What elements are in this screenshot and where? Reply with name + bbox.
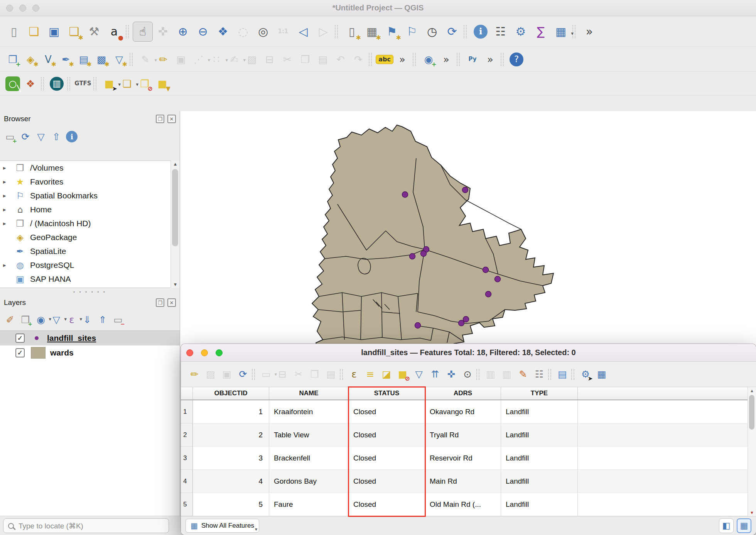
expand-arrow-icon[interactable]: ▸ [3,192,13,199]
new-gpx-layer-icon[interactable]: ▩✱ [93,51,110,68]
cell-type[interactable]: Landfill [501,400,578,423]
zoom-window-button[interactable] [216,349,223,356]
scroll-up-arrow-icon[interactable]: ▲ [171,161,180,167]
table-delete-selected-icon[interactable]: ⊟ [274,366,290,383]
labeling-overflow-icon[interactable]: » [393,51,411,68]
move-selection-to-top-icon[interactable]: ⇈ [427,366,443,383]
table-row[interactable]: 22Table ViewClosedTryall RdLandfill [181,423,748,447]
row-number-cell[interactable]: 5 [181,493,193,516]
project-properties-icon[interactable]: ⚒ [84,22,104,42]
layer-labeling-icon[interactable]: abc [376,51,393,68]
cell-status[interactable]: Closed [349,423,425,447]
attribute-table-scrollbar[interactable]: ▲ ▼ [748,387,756,516]
scroll-up-arrow-icon[interactable]: ▲ [748,388,756,393]
zoom-to-selection-icon[interactable]: ◌ [233,22,253,42]
filter-legend-icon[interactable]: ▽▾ [49,312,64,327]
cell-adrs[interactable]: Reservoir Rd [425,447,501,470]
browser-item-macintosh-hd[interactable]: ▸❒/ (Macintosh HD) [0,217,180,230]
browser-refresh-icon[interactable]: ⟳ [18,129,33,144]
style-manager-icon[interactable]: a● [104,22,124,42]
browser-item-spatialite[interactable]: ✒SpatiaLite [0,244,180,258]
redo-icon[interactable]: ↷ [349,51,367,68]
feature-actions-icon[interactable]: ⚙➤ [577,366,594,383]
zoom-full-extent-icon[interactable]: ❖ [213,22,233,42]
select-features-icon[interactable]: ■➤▾ [100,75,118,93]
zoom-out-icon[interactable]: ⊖ [193,22,213,42]
conditional-formatting-icon[interactable]: ▤ [554,366,570,383]
browser-item-volumes[interactable]: ▸❒/Volumes [0,161,180,175]
table-toggle-editing-icon[interactable]: ✏ [186,366,202,383]
map-tiles-style-icon[interactable]: ❖ [22,75,39,93]
select-features-by-value-icon[interactable]: ❏▾ [118,75,136,93]
show-all-features-button[interactable]: ▦ Show All Features ▾ [186,519,259,533]
close-window-button[interactable] [186,349,193,356]
show-spatial-bookmarks-icon[interactable]: ⚐ [402,22,422,42]
python-console-icon[interactable]: Py [464,51,481,68]
processing-toolbox-icon[interactable]: ⚙ [511,22,531,42]
expand-arrow-icon[interactable]: ▸ [3,164,13,171]
scroll-thumb[interactable] [172,169,178,246]
cell-objectid[interactable]: 2 [193,423,269,447]
table-reload-icon[interactable]: ⟳ [235,366,251,383]
cell-type[interactable]: Landfill [501,447,578,470]
new-shapefile-layer-icon[interactable]: V✱ [39,51,57,68]
deselect-all-icon[interactable]: ■⊘ [395,366,411,383]
digitize-with-segment-icon[interactable]: ⋰▾ [190,51,208,68]
cell-name[interactable]: Table View [269,423,349,447]
data-source-manager-icon[interactable]: ❒+ [4,51,22,68]
zoom-map-to-selection-icon[interactable]: ⊙ [459,366,476,383]
select-all-icon[interactable]: ≡ [362,366,378,383]
browser-collapse-all-icon[interactable]: ⇧ [49,129,64,144]
browser-item-sap-hana[interactable]: ▣SAP HANA [0,272,180,286]
cut-features-icon[interactable]: ✂ [278,51,296,68]
collapse-all-layers-icon[interactable]: ⇑ [95,312,110,327]
cell-adrs[interactable]: Tryall Rd [425,423,501,447]
layer-visibility-checkbox[interactable]: ✓ [15,348,25,357]
column-header-name[interactable]: NAME [269,387,349,400]
delete-selected-icon[interactable]: ⊟ [261,51,278,68]
chevron-down-icon[interactable]: ▾ [571,30,574,36]
cell-name[interactable]: Gordons Bay [269,470,349,493]
new-spatial-bookmark-icon[interactable]: ⚑✱ [382,22,402,42]
zoom-in-icon[interactable]: ⊕ [173,22,193,42]
select-by-location-icon[interactable]: ■▼ [154,75,171,93]
cell-status[interactable]: Closed [349,493,425,516]
project-open-icon[interactable]: ❏ [24,22,44,42]
project-save-as-icon[interactable]: ❏✱ [64,22,84,42]
table-row[interactable]: 33BrackenfellClosedReservoir RdLandfill [181,447,748,470]
browser-add-selected-layers-icon[interactable]: ▭+ [2,129,18,144]
toolbar-overflow-icon[interactable]: » [579,22,599,42]
layer-visibility-checkbox[interactable]: ✓ [15,334,25,343]
new-geopackage-layer-icon[interactable]: ◈✱ [22,51,39,68]
column-header-objectid[interactable]: OBJECTID [193,387,269,400]
scroll-down-arrow-icon[interactable]: ▼ [171,282,180,287]
new-field-icon[interactable]: ▥ [483,366,499,383]
add-group-icon[interactable]: ❒+ [18,312,33,327]
cell-status[interactable]: Closed [349,400,425,423]
table-paste-icon[interactable]: ▤ [323,366,339,383]
table-add-feature-icon[interactable]: ▭▾ [258,366,274,383]
pan-map-icon[interactable]: ☝ [133,22,153,42]
browser-item-favorites[interactable]: ▸★Favorites [0,175,180,189]
table-row[interactable]: 44Gordons BayClosedMain RdLandfill [181,470,748,493]
row-number-cell[interactable]: 1 [181,400,193,423]
cell-objectid[interactable]: 1 [193,400,269,423]
open-attribute-table-icon[interactable]: ▦▾ [551,22,571,42]
layer-item-wards[interactable]: ✓wards [0,345,180,360]
expand-arrow-icon[interactable]: ▸ [3,262,13,269]
switch-to-form-view-icon[interactable]: ◧ [719,518,734,533]
layers-float-button[interactable]: ❐ [156,298,164,307]
minimize-window-button[interactable] [201,349,208,356]
table-multiedit-icon[interactable]: ▨ [202,366,219,383]
new-print-layout-icon[interactable]: ▯✱ [342,22,362,42]
cell-type[interactable]: Landfill [501,493,578,516]
scroll-thumb[interactable] [749,395,754,430]
panel-splitter[interactable]: • • • • • • [0,290,180,295]
copy-features-icon[interactable]: ❐ [296,51,314,68]
table-row[interactable]: 55FaureClosedOld Main Rd (...Landfill [181,493,748,516]
new-virtual-layer-icon[interactable]: ▽✱ [110,51,128,68]
invert-selection-icon[interactable]: ◪ [378,366,395,383]
browser-close-button[interactable]: ✕ [167,115,176,123]
help-icon[interactable]: ? [508,51,525,68]
browser-item-postgresql[interactable]: ▸◍PostgreSQL [0,258,180,272]
